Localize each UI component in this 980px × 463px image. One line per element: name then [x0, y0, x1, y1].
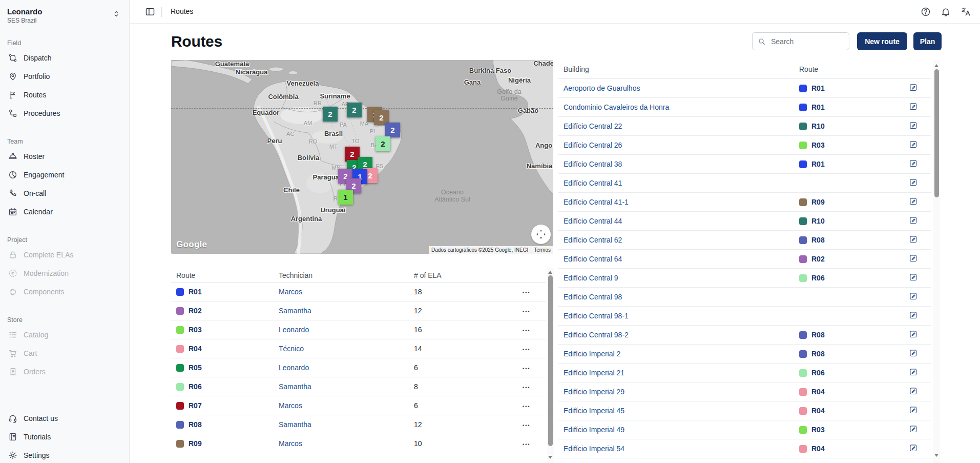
sidebar-item-modernization[interactable]: Modernization	[0, 264, 129, 283]
technician-link[interactable]: Samantha	[279, 307, 311, 315]
building-link[interactable]: Edifício Central 62	[564, 236, 622, 244]
building-link[interactable]: Edifício Central 22	[564, 122, 622, 130]
building-link[interactable]: Edifício Imperial 49	[564, 426, 624, 434]
map-cluster-marker-r08[interactable]: 2	[385, 123, 400, 137]
search-box[interactable]	[752, 32, 849, 50]
scroll-down-arrow[interactable]	[548, 456, 552, 459]
row-menu-button[interactable]: •••	[523, 366, 530, 371]
edit-route-button[interactable]	[909, 426, 918, 435]
sidebar-item-components[interactable]: Components	[0, 283, 129, 301]
building-link[interactable]: Edifício Imperial 29	[564, 388, 624, 396]
sidebar-item-roster[interactable]: Roster	[0, 147, 129, 166]
route-link[interactable]: R10	[811, 217, 825, 225]
edit-route-button[interactable]	[909, 255, 918, 264]
edit-route-button[interactable]	[909, 160, 918, 169]
sidebar-item-portfolio[interactable]: Portfolio	[0, 67, 129, 86]
edit-route-button[interactable]	[909, 274, 918, 283]
new-route-button[interactable]: New route	[857, 32, 907, 50]
edit-route-button[interactable]	[909, 293, 918, 302]
building-link[interactable]: Edifício Central 98-2	[564, 331, 629, 339]
route-link[interactable]: R04	[189, 345, 202, 353]
route-link[interactable]: R04	[811, 388, 825, 396]
building-link[interactable]: Edifício Imperial 54	[564, 445, 624, 453]
route-link[interactable]: R04	[811, 445, 825, 453]
route-link[interactable]: R06	[811, 369, 825, 377]
edit-route-button[interactable]	[909, 179, 918, 188]
edit-route-button[interactable]	[909, 407, 918, 416]
scroll-down-arrow[interactable]	[934, 454, 939, 457]
help-icon[interactable]	[921, 7, 931, 17]
route-link[interactable]: R03	[811, 141, 825, 149]
route-link[interactable]: R01	[189, 288, 202, 296]
route-link[interactable]: R07	[189, 401, 202, 410]
route-link[interactable]: R01	[811, 84, 825, 92]
technician-link[interactable]: Leonardo	[279, 364, 309, 372]
building-link[interactable]: Edifício Central 98	[564, 293, 622, 301]
row-menu-button[interactable]: •••	[523, 404, 530, 409]
sidebar-toggle-icon[interactable]	[145, 7, 155, 17]
buildings-table-scrollbar[interactable]	[933, 60, 940, 463]
edit-route-button[interactable]	[909, 198, 918, 207]
technician-link[interactable]: Samantha	[279, 420, 311, 429]
routes-table-scrollbar[interactable]	[547, 268, 554, 463]
search-input[interactable]	[770, 37, 844, 46]
sidebar-item-procedures[interactable]: Procedures	[0, 104, 129, 123]
map-terms-link[interactable]: Termos	[531, 246, 553, 254]
sidebar-item-settings[interactable]: Settings	[0, 446, 129, 463]
org-switcher-icon[interactable]	[112, 9, 121, 18]
sidebar-item-on-call[interactable]: On-call	[0, 184, 129, 203]
building-link[interactable]: Condominio Cavaleiros da Honra	[564, 103, 669, 111]
building-link[interactable]: Edifício Central 44	[564, 217, 622, 225]
scroll-up-arrow[interactable]	[548, 271, 552, 274]
building-link[interactable]: Edifício Imperial 21	[564, 369, 624, 377]
edit-route-button[interactable]	[909, 104, 918, 112]
row-menu-button[interactable]: •••	[523, 423, 530, 428]
route-link[interactable]: R08	[189, 420, 202, 429]
edit-route-button[interactable]	[909, 350, 918, 359]
technician-link[interactable]: Marcos	[279, 288, 302, 296]
pan-control[interactable]	[531, 225, 551, 244]
map[interactable]: GuatemalaNicaráguaVenezuelaColômbiaSurin…	[171, 60, 553, 254]
sidebar-item-calendar[interactable]: Calendar	[0, 203, 129, 221]
translate-icon[interactable]	[961, 7, 971, 17]
route-link[interactable]: R01	[811, 160, 825, 168]
route-link[interactable]: R02	[189, 307, 202, 315]
row-menu-button[interactable]: •••	[523, 385, 530, 390]
building-link[interactable]: Edifício Central 38	[564, 160, 622, 168]
route-link[interactable]: R09	[811, 198, 825, 206]
route-link[interactable]: R09	[189, 439, 202, 448]
route-link[interactable]: R08	[811, 331, 825, 339]
plan-button[interactable]: Plan	[913, 32, 942, 50]
edit-route-button[interactable]	[909, 388, 918, 397]
bell-icon[interactable]	[941, 7, 951, 17]
building-link[interactable]: Edifício Central 41-1	[564, 198, 629, 206]
sidebar-item-routes[interactable]: Routes	[0, 86, 129, 104]
edit-route-button[interactable]	[909, 123, 918, 131]
map-cluster-marker-r06[interactable]: 2	[376, 136, 390, 151]
building-link[interactable]: Edifício Imperial 45	[564, 407, 624, 415]
map-cluster-marker-r03[interactable]: 1	[338, 190, 353, 205]
sidebar-item-orders[interactable]: Orders	[0, 363, 129, 381]
route-link[interactable]: R05	[189, 364, 202, 372]
edit-route-button[interactable]	[909, 445, 918, 454]
building-link[interactable]: Edifício Central 26	[564, 141, 622, 149]
row-menu-button[interactable]: •••	[523, 290, 530, 295]
scroll-thumb[interactable]	[934, 69, 939, 197]
edit-route-button[interactable]	[909, 85, 918, 93]
building-link[interactable]: Edifício Central 41	[564, 179, 622, 187]
sidebar-item-tutorials[interactable]: Tutorials	[0, 428, 129, 446]
technician-link[interactable]: Leonardo	[279, 326, 309, 334]
route-link[interactable]: R06	[189, 383, 202, 391]
sidebar-item-complete-elas[interactable]: Complete ELAs	[0, 246, 129, 264]
edit-route-button[interactable]	[909, 142, 918, 150]
route-link[interactable]: R08	[811, 236, 825, 244]
row-menu-button[interactable]: •••	[523, 442, 530, 447]
sidebar-item-dispatch[interactable]: Dispatch	[0, 49, 129, 67]
edit-route-button[interactable]	[909, 236, 918, 245]
map-cluster-marker-r10[interactable]: 2	[347, 103, 362, 117]
row-menu-button[interactable]: •••	[523, 347, 530, 352]
technician-link[interactable]: Técnico	[279, 345, 304, 353]
route-link[interactable]: R04	[811, 407, 825, 415]
map-cluster-marker-r10[interactable]: 2	[323, 107, 338, 122]
route-link[interactable]: R10	[811, 122, 825, 130]
